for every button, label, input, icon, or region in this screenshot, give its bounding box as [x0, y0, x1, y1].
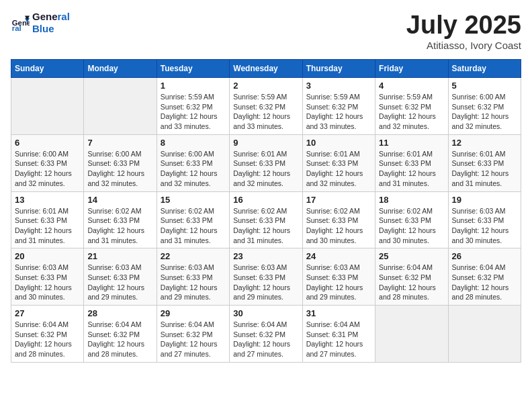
- calendar-cell: 14Sunrise: 6:02 AMSunset: 6:33 PMDayligh…: [84, 191, 157, 248]
- day-number: 19: [452, 195, 517, 205]
- day-detail: Sunrise: 6:04 AMSunset: 6:32 PMDaylight:…: [161, 320, 226, 359]
- day-detail: Sunrise: 5:59 AMSunset: 6:32 PMDaylight:…: [233, 92, 298, 132]
- day-number: 3: [306, 81, 371, 91]
- day-detail: Sunrise: 6:02 AMSunset: 6:33 PMDaylight:…: [379, 206, 444, 246]
- calendar-week-2: 6Sunrise: 6:00 AMSunset: 6:33 PMDaylight…: [11, 134, 521, 191]
- day-number: 11: [379, 138, 444, 148]
- day-detail: Sunrise: 6:03 AMSunset: 6:33 PMDaylight:…: [233, 263, 298, 302]
- calendar-cell: 12Sunrise: 6:01 AMSunset: 6:33 PMDayligh…: [448, 134, 521, 191]
- day-header-saturday: Saturday: [448, 60, 521, 78]
- calendar-cell: 26Sunrise: 6:04 AMSunset: 6:32 PMDayligh…: [448, 248, 521, 306]
- calendar-cell: 4Sunrise: 5:59 AMSunset: 6:32 PMDaylight…: [375, 78, 448, 135]
- day-detail: Sunrise: 6:03 AMSunset: 6:33 PMDaylight:…: [306, 263, 371, 302]
- calendar-cell: 1Sunrise: 5:59 AMSunset: 6:32 PMDaylight…: [157, 78, 229, 135]
- day-detail: Sunrise: 6:04 AMSunset: 6:32 PMDaylight:…: [233, 320, 298, 359]
- day-detail: Sunrise: 6:03 AMSunset: 6:33 PMDaylight:…: [15, 263, 80, 302]
- day-detail: Sunrise: 6:04 AMSunset: 6:31 PMDaylight:…: [306, 320, 371, 359]
- calendar-cell: [84, 78, 157, 135]
- day-number: 28: [87, 308, 152, 318]
- calendar-cell: 11Sunrise: 6:01 AMSunset: 6:33 PMDayligh…: [375, 134, 448, 191]
- day-detail: Sunrise: 6:00 AMSunset: 6:33 PMDaylight:…: [15, 149, 80, 189]
- calendar-cell: 17Sunrise: 6:02 AMSunset: 6:33 PMDayligh…: [302, 191, 375, 248]
- day-number: 7: [87, 138, 152, 148]
- day-number: 25: [379, 251, 444, 261]
- day-number: 12: [452, 138, 517, 148]
- day-detail: Sunrise: 6:03 AMSunset: 6:33 PMDaylight:…: [452, 206, 517, 246]
- page-subtitle: Atitiasso, Ivory Coast: [406, 40, 521, 51]
- calendar-body: 1Sunrise: 5:59 AMSunset: 6:32 PMDaylight…: [11, 78, 521, 363]
- calendar-week-3: 13Sunrise: 6:01 AMSunset: 6:33 PMDayligh…: [11, 191, 521, 248]
- calendar-cell: 19Sunrise: 6:03 AMSunset: 6:33 PMDayligh…: [448, 191, 521, 248]
- calendar-header: SundayMondayTuesdayWednesdayThursdayFrid…: [11, 60, 521, 78]
- day-detail: Sunrise: 6:04 AMSunset: 6:32 PMDaylight:…: [15, 320, 80, 359]
- day-number: 27: [15, 308, 80, 318]
- calendar-cell: [375, 306, 448, 363]
- day-number: 17: [306, 195, 371, 205]
- day-number: 16: [233, 195, 298, 205]
- calendar-cell: 25Sunrise: 6:04 AMSunset: 6:32 PMDayligh…: [375, 248, 448, 306]
- day-header-tuesday: Tuesday: [157, 60, 229, 78]
- day-detail: Sunrise: 5:59 AMSunset: 6:32 PMDaylight:…: [306, 92, 371, 132]
- day-detail: Sunrise: 6:01 AMSunset: 6:33 PMDaylight:…: [379, 149, 444, 189]
- day-detail: Sunrise: 6:03 AMSunset: 6:33 PMDaylight:…: [161, 263, 226, 302]
- logo-icon: Gene ral: [11, 13, 30, 32]
- calendar-cell: [11, 78, 84, 135]
- day-number: 22: [161, 251, 226, 261]
- day-number: 21: [87, 251, 152, 261]
- calendar-cell: 10Sunrise: 6:01 AMSunset: 6:33 PMDayligh…: [302, 134, 375, 191]
- day-detail: Sunrise: 6:02 AMSunset: 6:33 PMDaylight:…: [87, 206, 152, 246]
- day-header-monday: Monday: [84, 60, 157, 78]
- day-header-friday: Friday: [375, 60, 448, 78]
- calendar-cell: 5Sunrise: 6:00 AMSunset: 6:32 PMDaylight…: [448, 78, 521, 135]
- calendar-cell: 16Sunrise: 6:02 AMSunset: 6:33 PMDayligh…: [230, 191, 302, 248]
- calendar-week-1: 1Sunrise: 5:59 AMSunset: 6:32 PMDaylight…: [11, 78, 521, 135]
- calendar-week-5: 27Sunrise: 6:04 AMSunset: 6:32 PMDayligh…: [11, 306, 521, 363]
- day-number: 10: [306, 138, 371, 148]
- day-number: 23: [233, 251, 298, 261]
- day-number: 30: [233, 308, 298, 318]
- calendar-cell: 22Sunrise: 6:03 AMSunset: 6:33 PMDayligh…: [157, 248, 229, 306]
- calendar-cell: 28Sunrise: 6:04 AMSunset: 6:32 PMDayligh…: [84, 306, 157, 363]
- day-detail: Sunrise: 6:04 AMSunset: 6:32 PMDaylight:…: [452, 263, 517, 302]
- day-number: 4: [379, 81, 444, 91]
- calendar-cell: 18Sunrise: 6:02 AMSunset: 6:33 PMDayligh…: [375, 191, 448, 248]
- day-number: 24: [306, 251, 371, 261]
- day-detail: Sunrise: 6:01 AMSunset: 6:33 PMDaylight:…: [306, 149, 371, 189]
- day-number: 8: [161, 138, 226, 148]
- day-number: 5: [452, 81, 517, 91]
- svg-text:ral: ral: [12, 24, 21, 32]
- day-number: 13: [15, 195, 80, 205]
- calendar-cell: 15Sunrise: 6:02 AMSunset: 6:33 PMDayligh…: [157, 191, 229, 248]
- day-detail: Sunrise: 6:04 AMSunset: 6:32 PMDaylight:…: [87, 320, 152, 359]
- calendar-cell: 24Sunrise: 6:03 AMSunset: 6:33 PMDayligh…: [302, 248, 375, 306]
- day-number: 9: [233, 138, 298, 148]
- calendar-cell: 3Sunrise: 5:59 AMSunset: 6:32 PMDaylight…: [302, 78, 375, 135]
- day-detail: Sunrise: 6:04 AMSunset: 6:32 PMDaylight:…: [379, 263, 444, 302]
- logo: Gene ral General Blue: [11, 11, 70, 35]
- page-header: Gene ral General Blue July 2025 Atitiass…: [11, 11, 521, 51]
- day-detail: Sunrise: 6:03 AMSunset: 6:33 PMDaylight:…: [87, 263, 152, 302]
- day-detail: Sunrise: 6:02 AMSunset: 6:33 PMDaylight:…: [161, 206, 226, 246]
- day-detail: Sunrise: 5:59 AMSunset: 6:32 PMDaylight:…: [379, 92, 444, 132]
- day-number: 26: [452, 251, 517, 261]
- calendar-cell: 9Sunrise: 6:01 AMSunset: 6:33 PMDaylight…: [230, 134, 302, 191]
- day-number: 2: [233, 81, 298, 91]
- calendar-cell: 27Sunrise: 6:04 AMSunset: 6:32 PMDayligh…: [11, 306, 84, 363]
- day-number: 18: [379, 195, 444, 205]
- day-detail: Sunrise: 6:02 AMSunset: 6:33 PMDaylight:…: [306, 206, 371, 246]
- calendar-cell: 7Sunrise: 6:00 AMSunset: 6:33 PMDaylight…: [84, 134, 157, 191]
- day-header-thursday: Thursday: [302, 60, 375, 78]
- day-number: 1: [161, 81, 226, 91]
- calendar-cell: 13Sunrise: 6:01 AMSunset: 6:33 PMDayligh…: [11, 191, 84, 248]
- day-number: 15: [161, 195, 226, 205]
- day-detail: Sunrise: 6:00 AMSunset: 6:32 PMDaylight:…: [452, 92, 517, 132]
- day-header-sunday: Sunday: [11, 60, 84, 78]
- day-number: 14: [87, 195, 152, 205]
- calendar-cell: 29Sunrise: 6:04 AMSunset: 6:32 PMDayligh…: [157, 306, 229, 363]
- page-title: July 2025: [406, 11, 521, 40]
- calendar-week-4: 20Sunrise: 6:03 AMSunset: 6:33 PMDayligh…: [11, 248, 521, 306]
- calendar-table: SundayMondayTuesdayWednesdayThursdayFrid…: [11, 59, 521, 363]
- day-detail: Sunrise: 6:00 AMSunset: 6:33 PMDaylight:…: [161, 149, 226, 189]
- day-detail: Sunrise: 6:00 AMSunset: 6:33 PMDaylight:…: [87, 149, 152, 189]
- day-header-wednesday: Wednesday: [230, 60, 302, 78]
